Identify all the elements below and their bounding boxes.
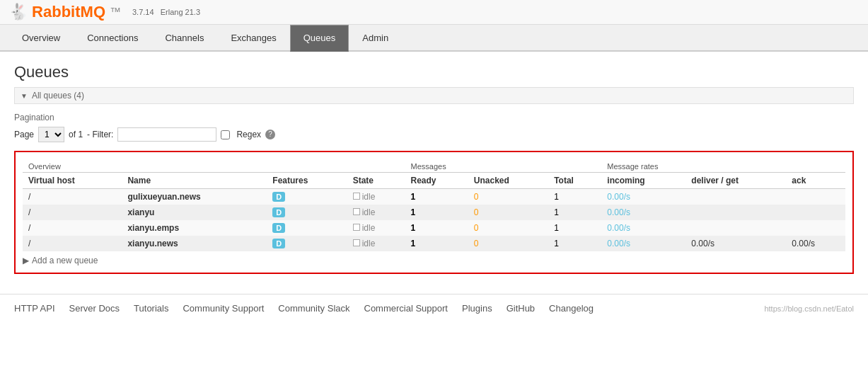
row-feature: D (267, 220, 347, 236)
row-ready: 1 (405, 189, 468, 205)
table-row[interactable]: / xianyu D idle 1 0 1 0.00/s (23, 205, 845, 220)
row-name[interactable]: gulixueyuan.news (122, 189, 267, 205)
page-select[interactable]: 1 (38, 127, 64, 142)
row-name[interactable]: xianyu.emps (122, 220, 267, 236)
row-ack (786, 205, 845, 220)
footer-server-docs[interactable]: Server Docs (69, 303, 120, 314)
col-state: State (347, 173, 405, 189)
row-incoming: 0.00/s (601, 189, 685, 205)
row-feature: D (267, 205, 347, 220)
queues-table-container: Overview Messages Message rates Virtual … (14, 151, 854, 274)
row-unacked: 0 (468, 189, 548, 205)
row-feature: D (267, 189, 347, 205)
tab-channels[interactable]: Channels (151, 25, 217, 50)
row-state: idle (347, 220, 405, 236)
group-header-row: Overview Messages Message rates (23, 159, 845, 173)
tab-connections[interactable]: Connections (74, 25, 151, 50)
section-label: All queues (4) (32, 91, 84, 101)
footer-plugins[interactable]: Plugins (462, 303, 492, 314)
logo-suffix: ™ (110, 6, 121, 18)
footer-github[interactable]: GitHub (507, 303, 535, 314)
table-row[interactable]: / xianyu.emps D idle 1 0 1 0.00/s (23, 220, 845, 236)
footer-url: https://blog.csdn.net/Eatol (764, 304, 854, 313)
row-vhost: / (23, 236, 122, 251)
page-label: Page (14, 130, 34, 139)
row-total: 1 (548, 236, 601, 251)
version: 3.7.14 (132, 8, 154, 16)
row-ack: 0.00/s (786, 236, 845, 251)
pagination-section: Pagination Page 1 of 1 - Filter: Regex ? (14, 113, 854, 142)
main-content: Queues ▼ All queues (4) Pagination Page … (0, 52, 868, 294)
filter-input[interactable] (117, 127, 216, 142)
page-title: Queues (14, 63, 854, 81)
version-info: 3.7.14 Erlang 21.3 (132, 8, 200, 16)
row-deliver-get (685, 205, 786, 220)
row-deliver-get (685, 220, 786, 236)
col-header-row: Virtual host Name Features State Ready U… (23, 173, 845, 189)
col-deliver-get: deliver / get (685, 173, 786, 189)
footer-community-support[interactable]: Community Support (183, 303, 264, 314)
tab-overview[interactable]: Overview (8, 25, 74, 50)
row-state: idle (347, 236, 405, 251)
col-ack: ack (786, 173, 845, 189)
col-total: Total (548, 173, 601, 189)
collapse-icon[interactable]: ▼ (21, 92, 28, 100)
filter-separator: - Filter: (87, 130, 113, 139)
row-unacked: 0 (468, 236, 548, 251)
footer: HTTP API Server Docs Tutorials Community… (0, 294, 868, 322)
row-ready: 1 (405, 220, 468, 236)
row-total: 1 (548, 189, 601, 205)
row-deliver-get (685, 189, 786, 205)
pagination-label: Pagination (14, 113, 854, 122)
logo: 🐇 RabbitMQ™ (8, 3, 121, 21)
table-row[interactable]: / gulixueyuan.news D idle 1 0 1 0.00/s (23, 189, 845, 205)
row-name[interactable]: xianyu.news (122, 236, 267, 251)
logo-text: 🐇 RabbitMQ (8, 3, 105, 21)
erlang: Erlang 21.3 (161, 8, 200, 16)
tab-exchanges[interactable]: Exchanges (217, 25, 289, 50)
row-state: idle (347, 189, 405, 205)
tab-queues[interactable]: Queues (290, 25, 349, 52)
row-incoming: 0.00/s (601, 205, 685, 220)
col-features: Features (267, 173, 347, 189)
col-incoming: incoming (601, 173, 685, 189)
footer-http-api[interactable]: HTTP API (14, 303, 55, 314)
row-ready: 1 (405, 205, 468, 220)
row-unacked: 0 (468, 220, 548, 236)
nav-tabs: Overview Connections Channels Exchanges … (0, 25, 868, 52)
row-incoming: 0.00/s (601, 236, 685, 251)
row-vhost: / (23, 220, 122, 236)
help-icon[interactable]: ? (265, 130, 275, 139)
regex-label: Regex (236, 130, 261, 139)
row-vhost: / (23, 189, 122, 205)
table-row[interactable]: / xianyu.news D idle 1 0 1 0.00/s 0.00/s… (23, 236, 845, 251)
row-ack (786, 220, 845, 236)
footer-changelog[interactable]: Changelog (549, 303, 594, 314)
queues-table: Overview Messages Message rates Virtual … (23, 159, 845, 251)
row-ready: 1 (405, 236, 468, 251)
row-ack (786, 189, 845, 205)
pagination-controls: Page 1 of 1 - Filter: Regex ? (14, 127, 854, 142)
add-queue-link[interactable]: ▶ Add a new queue (23, 256, 845, 265)
col-vhost: Virtual host (23, 173, 122, 189)
row-feature: D (267, 236, 347, 251)
group-rates: Message rates (601, 159, 845, 173)
page-of: of 1 (69, 130, 83, 139)
row-name[interactable]: xianyu (122, 205, 267, 220)
add-queue-arrow: ▶ (23, 256, 29, 265)
col-unacked: Unacked (468, 173, 548, 189)
row-state: idle (347, 205, 405, 220)
row-incoming: 0.00/s (601, 220, 685, 236)
group-overview: Overview (23, 159, 405, 173)
row-total: 1 (548, 205, 601, 220)
regex-checkbox[interactable] (221, 130, 230, 139)
row-total: 1 (548, 220, 601, 236)
row-vhost: / (23, 205, 122, 220)
add-queue-label: Add a new queue (32, 256, 98, 265)
col-ready: Ready (405, 173, 468, 189)
row-unacked: 0 (468, 205, 548, 220)
footer-commercial-support[interactable]: Commercial Support (364, 303, 449, 314)
footer-tutorials[interactable]: Tutorials (134, 303, 168, 314)
footer-community-slack[interactable]: Community Slack (278, 303, 349, 314)
tab-admin[interactable]: Admin (349, 25, 402, 50)
